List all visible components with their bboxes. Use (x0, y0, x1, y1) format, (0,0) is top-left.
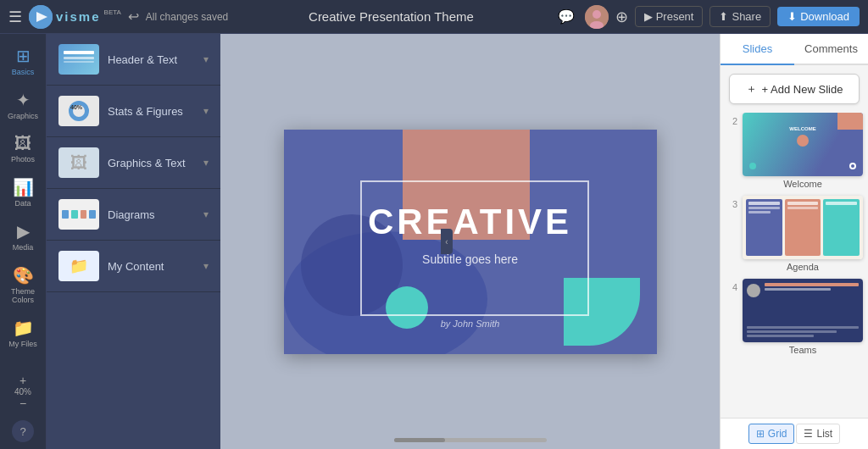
my-content-chevron: ▾ (203, 260, 209, 272)
slide-preview-agenda (743, 196, 863, 259)
media-icon: ▶ (17, 221, 30, 241)
diagrams-label: Diagrams (108, 208, 195, 221)
graphics-icon: ✦ (16, 90, 31, 110)
add-slide-icon: ＋ (746, 81, 757, 97)
zoom-out-button[interactable]: − (19, 396, 26, 410)
slide-preview-welcome: WELCOME (743, 113, 863, 176)
canvas-area[interactable]: CREATIVE Subtitle goes here by John Smit… (220, 34, 720, 449)
slides-list: 2 WELCOME Welcome (721, 113, 868, 418)
zoom-in-button[interactable]: + (19, 374, 26, 387)
sidebar-item-theme-colors[interactable]: 🎨 Theme Colors (3, 260, 43, 309)
right-panel-tabs: Slides Comments (721, 34, 868, 65)
share-icon: ⬆ (719, 10, 728, 23)
sidebar-item-photos[interactable]: 🖼 Photos (3, 129, 43, 169)
zoom-controls: + 40% − (14, 374, 31, 410)
sidebar-item-my-files[interactable]: 📁 My Files (3, 313, 43, 353)
logo: visme BETA (29, 5, 121, 29)
photos-icon: 🖼 (14, 134, 31, 153)
data-label: Data (14, 199, 31, 208)
slide-num-3: 3 (726, 196, 737, 209)
diagrams-chevron: ▾ (203, 208, 209, 220)
comments-icon[interactable]: 💬 (554, 5, 578, 28)
slide-thumb-3[interactable]: 3 (726, 196, 863, 272)
right-panel: Slides Comments ＋ + Add New Slide 2 WELC… (720, 34, 868, 449)
share-label: Share (732, 10, 761, 23)
avatar[interactable] (585, 5, 609, 29)
sidebar-item-graphics[interactable]: ✦ Graphics (3, 85, 43, 125)
graphics-text-thumb: 🖼 (58, 147, 99, 178)
logo-text: visme (56, 9, 101, 24)
slide-thumb-4[interactable]: 4 (726, 279, 863, 355)
scrollbar-thumb (394, 438, 445, 442)
files-label: My Files (8, 340, 37, 348)
sidebar-icons: ⊞ Basics ✦ Graphics 🖼 Photos 📊 Data ▶ Me… (0, 34, 47, 449)
list-view-button[interactable]: ☰ List (796, 424, 840, 444)
slide-label-agenda: Agenda (743, 262, 863, 272)
tab-slides[interactable]: Slides (721, 34, 794, 65)
header-text-chevron: ▾ (203, 53, 209, 65)
my-content-label: My Content (108, 260, 195, 273)
download-button[interactable]: ⬇ Download (777, 7, 860, 26)
slide-canvas: CREATIVE Subtitle goes here by John Smit… (284, 130, 657, 354)
grid-label: Grid (768, 428, 787, 440)
download-icon: ⬇ (787, 10, 797, 23)
panel-item-header-text[interactable]: Header & Text ▾ (47, 34, 220, 86)
help-button[interactable]: ? (12, 420, 34, 442)
share-button[interactable]: ⬆ Share (709, 6, 771, 27)
list-label: List (816, 428, 832, 440)
content-panel: Header & Text ▾ 40% Stats & Figures ▾ 🖼 … (47, 34, 220, 449)
svg-point-3 (593, 10, 601, 19)
grid-view-button[interactable]: ⊞ Grid (748, 424, 795, 444)
slide-title: CREATIVE (284, 202, 657, 242)
add-new-slide-button[interactable]: ＋ + Add New Slide (729, 74, 860, 104)
hamburger-icon[interactable]: ☰ (8, 8, 22, 26)
present-label: Present (656, 10, 694, 23)
presentation-title: Creative Presentation Theme (236, 9, 545, 24)
save-status: All changes saved (146, 11, 228, 23)
undo-icon[interactable]: ↩ (128, 8, 139, 25)
graphics-label: Graphics (8, 112, 38, 120)
header-text-label: Header & Text (108, 53, 195, 66)
sidebar-item-data[interactable]: 📊 Data (3, 172, 43, 213)
basics-label: Basics (12, 68, 35, 76)
logo-icon (29, 5, 53, 29)
header-text-thumb (58, 44, 99, 75)
panel-item-my-content[interactable]: 📁 My Content ▾ (47, 241, 220, 292)
photos-label: Photos (11, 155, 35, 164)
media-label: Media (13, 243, 34, 252)
topbar-right: 💬 ⊕ ▶ Present ⬆ Share ⬇ Download (554, 5, 860, 29)
panel-item-diagrams[interactable]: Diagrams ▾ (47, 189, 220, 241)
theme-label: Theme Colors (6, 287, 40, 304)
slide-subtitle: Subtitle goes here (284, 252, 657, 266)
add-person-icon[interactable]: ⊕ (615, 8, 628, 26)
add-slide-label: + Add New Slide (762, 83, 843, 96)
slide-num-2: 2 (726, 113, 737, 126)
stats-thumb: 40% (58, 96, 99, 126)
panel-item-graphics-text[interactable]: 🖼 Graphics & Text ▾ (47, 137, 220, 189)
tab-comments[interactable]: Comments (794, 34, 868, 65)
slide-label-welcome: Welcome (743, 179, 863, 189)
slide-thumb-2[interactable]: 2 WELCOME Welcome (726, 113, 863, 189)
slide-author: by John Smith (284, 319, 657, 329)
view-toggle: ⊞ Grid ☰ List (721, 418, 868, 449)
play-icon: ▶ (644, 10, 653, 23)
slide-label-teams: Teams (743, 345, 863, 355)
logo-beta: BETA (104, 8, 121, 16)
diagrams-thumb (58, 199, 99, 230)
topbar-left: ☰ visme BETA ↩ All changes saved (8, 5, 228, 29)
panel-item-stats[interactable]: 40% Stats & Figures ▾ (47, 86, 220, 137)
panel-collapse-arrow[interactable]: ‹ (441, 229, 453, 254)
basics-icon: ⊞ (16, 46, 31, 66)
stats-label: Stats & Figures (108, 105, 195, 118)
sidebar-item-media[interactable]: ▶ Media (3, 216, 43, 257)
zoom-value: 40% (14, 387, 31, 396)
data-icon: 📊 (13, 177, 34, 197)
graphics-text-label: Graphics & Text (108, 157, 195, 169)
present-button[interactable]: ▶ Present (635, 6, 704, 27)
slide-preview-teams (743, 279, 863, 342)
theme-icon: 🎨 (13, 265, 34, 285)
files-icon: 📁 (13, 318, 34, 338)
sidebar-item-basics[interactable]: ⊞ Basics (3, 41, 43, 81)
slide-num-4: 4 (726, 279, 737, 292)
canvas-scrollbar[interactable] (394, 438, 547, 442)
